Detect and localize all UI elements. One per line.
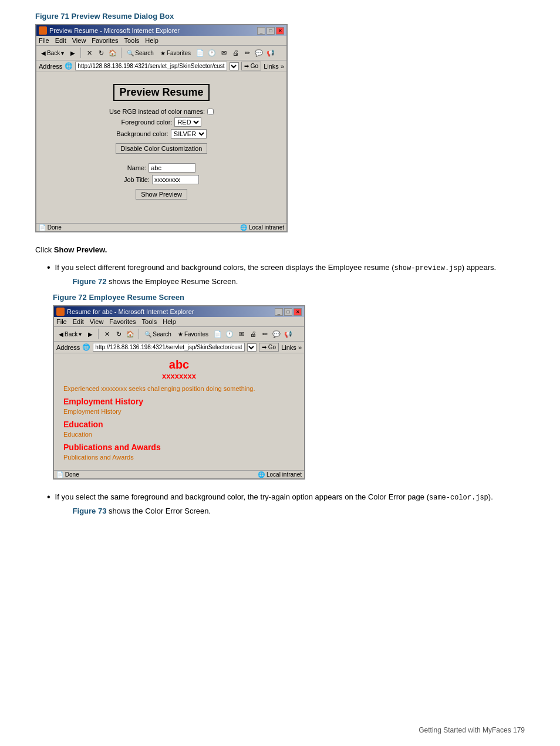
favorites-btn-72[interactable]: ★ Favorites	[176, 330, 211, 339]
menu-help-72[interactable]: Help	[163, 318, 176, 325]
fg-label: Foreground color:	[122, 119, 173, 126]
close-btn-71[interactable]: ✕	[276, 27, 284, 35]
show-preview-btn[interactable]: Show Preview	[136, 189, 187, 200]
browser-content-72: abc xxxxxxxx Experienced xxxxxxxx seeks …	[54, 353, 304, 470]
menu-tools-72[interactable]: Tools	[142, 318, 157, 325]
home-icon-71[interactable]: 🏠	[107, 48, 118, 58]
history-icon-71[interactable]: 🕐	[207, 48, 217, 58]
sep1-72	[98, 329, 99, 339]
toolbar-icons2-72: 📄 🕐 ✉ 🖨 ✏ 💬 📢	[212, 329, 294, 339]
menu-tools-71[interactable]: Tools	[124, 37, 140, 44]
menu-favorites-72[interactable]: Favorites	[109, 318, 136, 325]
status-done-72: 📄 Done	[56, 471, 79, 478]
resume-name: abc	[63, 358, 295, 372]
edit-icon-71[interactable]: ✏	[242, 48, 252, 58]
show-preview-instruction: Show Preview.	[54, 245, 107, 254]
content-wrapper-72: abc xxxxxxxx Experienced xxxxxxxx seeks …	[54, 353, 304, 470]
education-content: Education	[63, 431, 295, 438]
restore-btn-71[interactable]: □	[266, 27, 275, 35]
back-btn-71[interactable]: ◀ Back ▾	[39, 49, 66, 58]
forward-btn-72[interactable]: ▶	[86, 330, 95, 339]
bg-select[interactable]: SILVER	[171, 129, 207, 139]
search-btn-71[interactable]: 🔍 Search	[124, 49, 156, 58]
name-row: Name:	[48, 163, 275, 173]
search-btn-72[interactable]: 🔍 Search	[142, 330, 174, 339]
fg-select[interactable]: RED	[174, 117, 201, 127]
disable-btn-row: Disable Color Customization	[48, 141, 275, 154]
disable-color-btn[interactable]: Disable Color Customization	[116, 143, 208, 154]
stop-icon-72[interactable]: ✕	[102, 329, 112, 339]
media-icon-72[interactable]: 📄	[212, 329, 223, 339]
preview-resume-heading: Preview Resume	[113, 84, 209, 101]
browser-statusbar-72: 📄 Done 🌐 Local intranet	[54, 470, 304, 478]
fig72-link[interactable]: Figure 72	[73, 277, 107, 286]
mail-icon-72[interactable]: ✉	[236, 329, 247, 339]
address-input-71[interactable]	[75, 62, 227, 70]
messenger-icon-72[interactable]: 📢	[283, 329, 294, 339]
menu-edit-71[interactable]: Edit	[55, 37, 66, 44]
discuss-icon-71[interactable]: 💬	[254, 48, 264, 58]
address-label-71: Address	[39, 63, 62, 70]
edit-icon-72[interactable]: ✏	[259, 329, 270, 339]
favorites-btn-71[interactable]: ★ Favorites	[158, 49, 193, 58]
menu-edit-72[interactable]: Edit	[73, 318, 84, 325]
mail-icon-71[interactable]: ✉	[218, 48, 229, 58]
menu-help-71[interactable]: Help	[145, 37, 158, 44]
status-right-71: 🌐 Local intranet	[240, 224, 284, 231]
close-btn-72[interactable]: ✕	[294, 308, 302, 316]
menu-view-71[interactable]: View	[72, 37, 86, 44]
menu-file-71[interactable]: File	[39, 37, 49, 44]
back-icon-72: ◀	[59, 331, 63, 337]
go-btn-71[interactable]: ➡ Go	[241, 62, 261, 70]
discuss-icon-72[interactable]: 💬	[271, 329, 282, 339]
messenger-icon-71[interactable]: 📢	[265, 48, 276, 58]
address-globe-72: 🌐	[82, 343, 90, 351]
sep2-71	[121, 48, 122, 58]
address-globe-71: 🌐	[65, 62, 73, 70]
address-dropdown-72[interactable]: ▾	[247, 343, 257, 352]
rgb-checkbox[interactable]	[207, 109, 214, 115]
titlebar-buttons-71: _ □ ✕	[257, 27, 284, 35]
menu-view-72[interactable]: View	[90, 318, 104, 325]
toolbar-icons-71: ✕ ↻ 🏠	[84, 48, 118, 58]
go-btn-72[interactable]: ➡ Go	[259, 343, 279, 352]
refresh-icon-71[interactable]: ↻	[96, 48, 106, 58]
print-icon-72[interactable]: 🖨	[248, 329, 258, 339]
education-heading: Education	[63, 420, 295, 429]
toolbar-icons2-71: 📄 🕐 ✉ 🖨 ✏ 💬 📢	[195, 48, 276, 58]
refresh-icon-72[interactable]: ↻	[113, 329, 124, 339]
job-input[interactable]	[152, 175, 199, 184]
menu-file-72[interactable]: File	[56, 318, 67, 325]
minimize-btn-71[interactable]: _	[257, 27, 265, 35]
minimize-btn-72[interactable]: _	[275, 308, 283, 316]
fig73-ref: Figure 73 shows the Color Error Screen.	[55, 505, 525, 517]
address-input-72[interactable]	[93, 343, 245, 352]
bullet-2: • If you select the same foreground and …	[35, 491, 525, 517]
resume-objective: Experienced xxxxxxxx seeks challenging p…	[63, 385, 295, 392]
bullet-text-2: If you select the same foreground and ba…	[55, 491, 525, 517]
titlebar-left-71: Preview Resume - Microsoft Internet Expl…	[39, 26, 180, 35]
back-icon-71: ◀	[41, 50, 46, 56]
restore-btn-72[interactable]: □	[284, 308, 292, 316]
browser-window-72: Resume for abc - Microsoft Internet Expl…	[53, 305, 305, 480]
status-icon-71: 📄	[39, 224, 46, 231]
page-footer: Getting Started with MyFaces 179	[419, 726, 525, 734]
forward-btn-71[interactable]: ▶	[68, 49, 77, 58]
print-icon-71[interactable]: 🖨	[230, 48, 241, 58]
browser-window-71: Preview Resume - Microsoft Internet Expl…	[35, 24, 288, 232]
fig73-link[interactable]: Figure 73	[73, 507, 107, 515]
home-icon-72[interactable]: 🏠	[125, 329, 136, 339]
star-icon-71: ★	[160, 50, 166, 56]
history-icon-72[interactable]: 🕐	[224, 329, 235, 339]
back-btn-72[interactable]: ◀ Back ▾	[56, 330, 84, 339]
titlebar-left-72: Resume for abc - Microsoft Internet Expl…	[56, 308, 194, 316]
browser-content-71: Preview Resume Use RGB instead of color …	[36, 72, 286, 223]
address-dropdown-71[interactable]: ▾	[230, 62, 239, 70]
menu-favorites-71[interactable]: Favorites	[92, 37, 118, 44]
figure-71-title: Figure 71 Preview Resume Dialog Box	[35, 12, 525, 21]
star-icon-72: ★	[178, 331, 183, 337]
stop-icon-71[interactable]: ✕	[84, 48, 95, 58]
name-input[interactable]	[149, 163, 195, 173]
figure-72-title: Figure 72 Employee Resume Screen	[53, 293, 525, 302]
media-icon-71[interactable]: 📄	[195, 48, 205, 58]
